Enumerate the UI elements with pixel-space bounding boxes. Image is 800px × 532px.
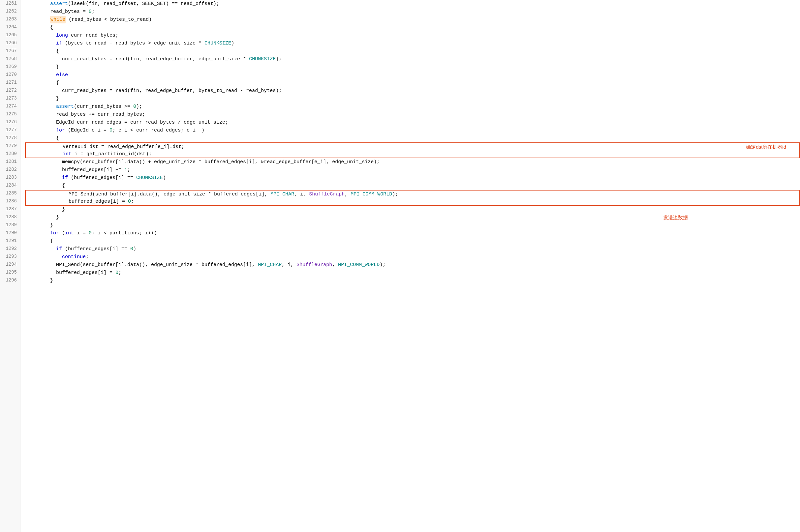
token: ) bbox=[163, 174, 166, 182]
token: MPI_Send(send_buffer[i].data(), edge_uni… bbox=[56, 261, 258, 269]
code-line: memcpy(send_buffer[i].data() + edge_unit… bbox=[26, 158, 800, 166]
token: ShuffleGraph bbox=[296, 261, 332, 269]
code-line: EdgeId curr_read_edges = curr_read_bytes… bbox=[26, 119, 800, 127]
token: ); bbox=[392, 191, 398, 198]
token: (curr_read_bytes >= bbox=[74, 103, 133, 110]
code-line: if (bytes_to_read - read_bytes > edge_un… bbox=[26, 40, 800, 48]
token: (EdgeId e_i = bbox=[65, 127, 110, 134]
token: MPI_CHAR bbox=[271, 191, 294, 198]
line-number: 1294 bbox=[0, 261, 20, 269]
indent bbox=[26, 103, 56, 110]
code-line: continue; bbox=[26, 253, 800, 261]
line-number: 1265 bbox=[0, 32, 20, 40]
line-number: 1273 bbox=[0, 95, 20, 103]
token: { bbox=[50, 237, 53, 245]
indent bbox=[27, 150, 63, 158]
token: buffered_edges[i] = bbox=[69, 198, 128, 205]
token: int bbox=[63, 150, 72, 158]
indent bbox=[26, 277, 50, 284]
token: ) bbox=[133, 245, 136, 253]
token: memcpy(send_buffer[i].data() + edge_unit… bbox=[62, 158, 379, 166]
code-line: buffered_edges[i] += 1; bbox=[26, 166, 800, 174]
line-number: 1288 bbox=[0, 214, 20, 222]
token: buffered_edges[i] = bbox=[56, 269, 115, 277]
code-line: { bbox=[26, 79, 800, 87]
line-number: 1267 bbox=[0, 48, 20, 55]
token: CHUNKSIZE bbox=[249, 55, 276, 63]
token: else bbox=[56, 71, 68, 79]
indent bbox=[26, 16, 50, 23]
token: { bbox=[56, 134, 59, 142]
line-number: 1262 bbox=[0, 8, 20, 16]
indent bbox=[26, 32, 56, 39]
token: 0 bbox=[130, 245, 133, 253]
indent bbox=[26, 87, 62, 95]
token: { bbox=[50, 24, 53, 31]
token: curr_read_bytes; bbox=[68, 32, 118, 39]
line-number: 1264 bbox=[0, 24, 20, 32]
token: (buffered_edges[i] == bbox=[68, 174, 136, 182]
indent bbox=[26, 206, 62, 213]
token: long bbox=[56, 32, 68, 39]
indent bbox=[26, 8, 50, 16]
code-line: read_bytes = 0; bbox=[26, 8, 800, 16]
code-line: long curr_read_bytes; bbox=[26, 32, 800, 40]
token: EdgeId curr_read_edges = curr_read_bytes… bbox=[56, 119, 228, 126]
token: read_bytes = bbox=[50, 8, 89, 16]
token: ; bbox=[92, 8, 95, 16]
token: ; bbox=[127, 166, 130, 174]
token: CHUNKSIZE bbox=[204, 40, 231, 47]
token: ); bbox=[136, 103, 142, 110]
indent bbox=[26, 71, 56, 79]
line-number: 1285 bbox=[0, 190, 20, 198]
indent bbox=[26, 245, 56, 253]
token: { bbox=[56, 48, 59, 55]
token: (bytes_to_read - read_bytes > edge_unit_… bbox=[62, 40, 204, 47]
code-line: }发送边数据 bbox=[26, 214, 800, 222]
indent bbox=[26, 48, 56, 55]
token: curr_read_bytes = read(fin, read_edge_bu… bbox=[62, 87, 282, 95]
indent bbox=[26, 214, 56, 221]
indent bbox=[26, 158, 62, 166]
code-line: { bbox=[26, 24, 800, 32]
line-number: 1279 bbox=[0, 142, 20, 150]
token: if bbox=[56, 40, 62, 47]
token: , bbox=[345, 191, 351, 198]
indent bbox=[26, 237, 50, 245]
token: int bbox=[65, 229, 74, 237]
token: ; bbox=[118, 269, 122, 277]
code-line: assert(lseek(fin, read_offset, SEEK_SET)… bbox=[26, 0, 800, 8]
indent bbox=[27, 198, 69, 205]
token: read_bytes += curr_read_bytes; bbox=[56, 111, 145, 118]
token: MPI_COMM_WORLD bbox=[338, 261, 379, 269]
line-number: 1271 bbox=[0, 79, 20, 87]
indent bbox=[26, 79, 56, 87]
code-line: buffered_edges[i] = 0; bbox=[26, 269, 800, 277]
code-line: { bbox=[26, 134, 800, 142]
token: i = get_partition_id(dst); bbox=[72, 150, 152, 158]
code-line: } bbox=[26, 222, 800, 229]
code-line: curr_read_bytes = read(fin, read_edge_bu… bbox=[26, 87, 800, 95]
token: } bbox=[62, 206, 65, 213]
token: } bbox=[56, 214, 59, 221]
token: if bbox=[62, 174, 68, 182]
line-number: 1266 bbox=[0, 40, 20, 48]
line-number: 1282 bbox=[0, 166, 20, 174]
line-number: 1269 bbox=[0, 63, 20, 71]
indent bbox=[26, 222, 50, 229]
token: VertexId dst = read_edge_buffer[e_i].dst… bbox=[63, 143, 184, 151]
code-line: { bbox=[26, 237, 800, 245]
indent bbox=[26, 166, 62, 174]
line-number: 1290 bbox=[0, 229, 20, 237]
indent bbox=[26, 253, 62, 261]
code-line: } bbox=[26, 277, 800, 285]
token: MPI_COMM_WORLD bbox=[351, 191, 392, 198]
token: } bbox=[56, 95, 59, 102]
token: 0 bbox=[89, 229, 92, 237]
token: 0 bbox=[115, 269, 118, 277]
token: { bbox=[56, 79, 59, 87]
token: } bbox=[50, 222, 53, 229]
line-number: 1277 bbox=[0, 127, 20, 134]
token: ) bbox=[231, 40, 234, 47]
token: MPI_CHAR bbox=[258, 261, 282, 269]
